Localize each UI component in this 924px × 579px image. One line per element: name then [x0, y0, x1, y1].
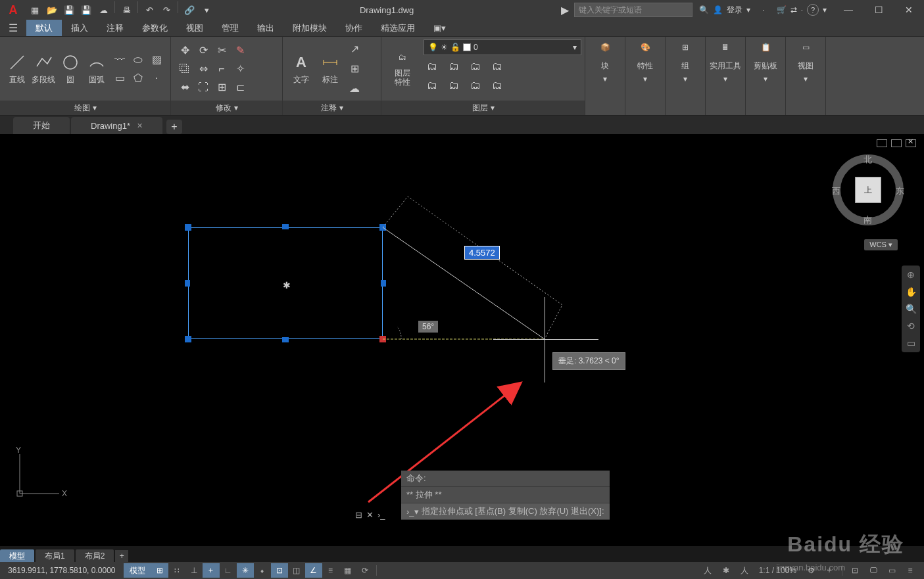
tool-leader-icon[interactable]: ↗	[346, 41, 363, 58]
tool-mirror-icon[interactable]: ⇔	[195, 60, 212, 78]
login-dropdown-icon[interactable]: ▾	[746, 5, 750, 14]
status-annoscale-icon[interactable]: 人	[699, 563, 716, 578]
tab-expand-icon[interactable]: ▣▾	[424, 20, 455, 36]
layer-tool-2-icon[interactable]: 🗂	[445, 58, 462, 75]
tool-rect-icon[interactable]: ▭	[111, 70, 128, 87]
app-menu-icon[interactable]: ☰	[0, 20, 26, 36]
panel-draw-title[interactable]: 绘图 ▾	[0, 101, 170, 115]
status-snap-icon[interactable]: ∷	[168, 563, 185, 578]
panel-group[interactable]: ⊞组▾	[666, 37, 705, 83]
coordinates-readout[interactable]: 3619.9911, 1778.5810, 0.0000	[0, 566, 124, 575]
tab-annotate[interactable]: 注释	[97, 20, 133, 36]
status-custom-icon[interactable]: ≡	[902, 563, 919, 578]
status-polar-icon[interactable]: ✳	[237, 563, 254, 578]
tool-layer-properties[interactable]: 🗂图层 特性	[387, 47, 418, 86]
tool-polygon-icon[interactable]: ⬠	[130, 70, 147, 87]
cmdline-prompt-icon[interactable]: ›_	[377, 510, 385, 520]
panel-utilities[interactable]: 🖩实用工具▾	[706, 37, 745, 83]
tool-text[interactable]: A文字	[288, 52, 314, 85]
drawing-canvas[interactable]: ✕ 北 南 东 西 上 WCS ▾ ⊕ ✋ 🔍 ⟲ ▭ Y X ✱	[0, 134, 924, 546]
tab-manage[interactable]: 管理	[212, 20, 248, 36]
cmdline-close-icon[interactable]: ✕	[366, 510, 374, 520]
qat-redo-icon[interactable]: ↷	[158, 1, 175, 18]
tool-array-icon[interactable]: ⊞	[213, 79, 230, 96]
panel-annotate-title[interactable]: 注释 ▾	[283, 101, 381, 115]
tab-collab[interactable]: 协作	[336, 20, 372, 36]
close-button[interactable]: ✕	[894, 0, 924, 20]
layouttab-model[interactable]: 模型	[0, 549, 34, 563]
filetab-start[interactable]: 开始	[13, 117, 70, 134]
layer-tool-3-icon[interactable]: 🗂	[467, 58, 484, 75]
tool-hatch-icon[interactable]: ▨	[148, 51, 165, 68]
exchange-icon[interactable]: ⇄	[790, 5, 797, 14]
status-iso-icon[interactable]: ⬧	[254, 563, 271, 578]
status-osnap-icon[interactable]: ⊡	[271, 563, 288, 578]
cart-icon[interactable]: 🛒	[777, 5, 787, 14]
tool-table-icon[interactable]: ⊞	[346, 60, 363, 78]
tab-featured[interactable]: 精选应用	[372, 20, 424, 36]
qat-plot-icon[interactable]: 🖶	[118, 1, 135, 18]
status-annoscale2-icon[interactable]: 人	[736, 563, 753, 578]
layer-tool-8-icon[interactable]: 🗂	[489, 77, 506, 94]
status-grid-icon[interactable]: ⊞	[151, 563, 168, 578]
status-dyninput-icon[interactable]: +	[203, 563, 220, 578]
status-3dosnap-icon[interactable]: ◫	[288, 563, 305, 578]
search-input[interactable]: 键入关键字或短语	[574, 3, 693, 17]
tool-trim-icon[interactable]: ✂	[213, 42, 230, 59]
tool-explode-icon[interactable]: ✧	[231, 60, 249, 78]
panel-properties[interactable]: 🎨特性▾	[625, 37, 665, 83]
panel-block[interactable]: 📦块▾	[585, 37, 625, 83]
layer-tool-5-icon[interactable]: 🗂	[424, 77, 441, 94]
status-workspace-icon[interactable]: ⊡	[846, 563, 863, 578]
panel-modify-title[interactable]: 修改 ▾	[171, 101, 282, 115]
qat-cloud-icon[interactable]: ☁	[95, 1, 112, 18]
qat-link-icon[interactable]: 🔗	[181, 1, 198, 18]
maximize-button[interactable]: ☐	[863, 0, 894, 20]
user-icon[interactable]: 👤	[713, 5, 723, 14]
status-model-button[interactable]: 模型	[124, 563, 151, 578]
tool-scale-icon[interactable]: ⛶	[195, 79, 212, 96]
tool-point-icon[interactable]: ·	[148, 70, 165, 87]
login-label[interactable]: 登录	[727, 5, 742, 16]
qat-undo-icon[interactable]: ↶	[141, 1, 158, 18]
tool-copy-icon[interactable]: ⿻	[176, 60, 193, 78]
tab-view[interactable]: 视图	[177, 20, 212, 36]
tool-stretch-icon[interactable]: ⬌	[176, 79, 193, 96]
status-monitor-icon[interactable]: 🖵	[865, 563, 882, 578]
layouttab-layout2[interactable]: 布局2	[76, 549, 114, 563]
layer-tool-4-icon[interactable]: 🗂	[489, 58, 506, 75]
command-line[interactable]: 命令: ** 拉伸 ** ›_▾指定拉伸点或 [基点(B) 复制(C) 放弃(U…	[401, 471, 610, 520]
search-icon[interactable]: 🔍	[699, 5, 709, 14]
dimension-input[interactable]: 4.5572	[464, 246, 500, 260]
status-otrack-icon[interactable]: ∠	[305, 563, 322, 578]
qat-save-icon[interactable]: 💾	[61, 1, 78, 18]
tool-ellipse-icon[interactable]: ⬭	[130, 51, 147, 68]
panel-view[interactable]: ▭视图▾	[786, 37, 825, 83]
panel-clipboard[interactable]: 📋剪贴板▾	[746, 37, 785, 83]
layouttab-add-button[interactable]: +	[115, 550, 128, 562]
status-cycling-icon[interactable]: ⟳	[356, 563, 374, 578]
tab-insert[interactable]: 插入	[62, 20, 97, 36]
status-lw-icon[interactable]: ≡	[322, 563, 339, 578]
qat-new-icon[interactable]: ▦	[26, 1, 43, 18]
tab-default[interactable]: 默认	[26, 20, 62, 36]
panel-layers-title[interactable]: 图层 ▾	[381, 101, 585, 115]
tool-circle[interactable]: 圆	[59, 52, 82, 85]
qat-more-icon[interactable]: ▾	[198, 1, 215, 18]
tool-spline-icon[interactable]: 〰	[111, 51, 128, 68]
qat-open-icon[interactable]: 📂	[43, 1, 61, 18]
status-annovis-icon[interactable]: ✱	[717, 563, 735, 578]
status-transparency-icon[interactable]: ▦	[339, 563, 356, 578]
layouttab-layout1[interactable]: 布局1	[36, 549, 74, 563]
tool-fillet-icon[interactable]: ⌐	[213, 60, 230, 78]
qat-saveas-icon[interactable]: 💾	[78, 1, 95, 18]
status-ortho-icon[interactable]: ∟	[220, 563, 237, 578]
close-icon[interactable]: ✕	[137, 122, 143, 130]
help-dropdown-icon[interactable]: ▾	[823, 5, 827, 14]
layer-tool-6-icon[interactable]: 🗂	[445, 77, 462, 94]
minimize-button[interactable]: —	[833, 0, 863, 20]
help-icon[interactable]: ?	[807, 4, 819, 16]
tool-rotate-icon[interactable]: ⟳	[195, 42, 212, 59]
filetab-drawing1[interactable]: Drawing1*✕	[71, 117, 162, 134]
layer-tool-1-icon[interactable]: 🗂	[424, 58, 441, 75]
